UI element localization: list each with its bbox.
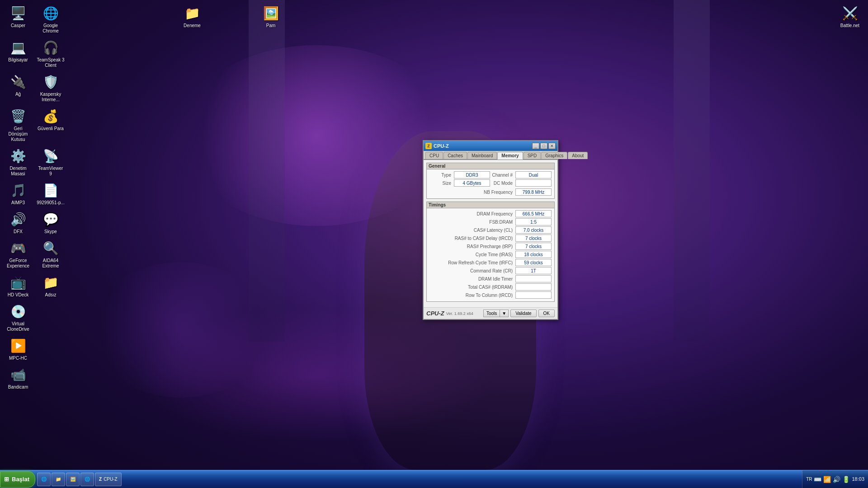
taskbar-folder[interactable]: 📁 <box>52 473 65 486</box>
tab-memory[interactable]: Memory <box>497 152 523 160</box>
maximize-button[interactable]: □ <box>540 143 547 149</box>
tools-arrow-button[interactable]: ▼ <box>500 310 509 317</box>
icon-teamspeak[interactable]: 🎧 TeamSpeak 3 Client <box>35 37 66 70</box>
icon-adsiz[interactable]: 📁 Adsız <box>35 272 66 300</box>
taskbar: ⊞ Başlat 🌐 📁 🖼️ 🌐 Z CPU-Z TR ⌨️ <box>0 470 868 488</box>
dc-label: DC Mode <box>491 181 515 186</box>
start-label: Başlat <box>12 476 29 483</box>
kaspersky-icon: 🛡️ <box>42 73 60 91</box>
tab-mainboard[interactable]: Mainboard <box>467 152 497 159</box>
adsiz-icon: 📁 <box>42 273 60 291</box>
tools-button[interactable]: Tools <box>483 310 500 317</box>
nb-freq-row: NB Frequency 799.8 MHz <box>429 188 552 196</box>
icon-denetim[interactable]: ⚙️ Denetim Masasi <box>2 145 34 178</box>
timing-row-7: Command Rate (CR) 1T <box>429 267 552 274</box>
tras-value: 18 clocks <box>515 251 552 258</box>
icon-google-chrome[interactable]: 🌐 Google Chrome <box>35 2 66 36</box>
geforce-icon: 🎮 <box>9 239 27 257</box>
icon-battlenet[interactable]: ⚔️ Battle.net <box>834 2 866 30</box>
battlenet-label: Battle.net <box>840 23 859 28</box>
taskbar-chrome[interactable]: 🌐 <box>80 473 94 486</box>
tab-spd[interactable]: SPD <box>524 152 541 159</box>
icon-placeholder <box>35 300 66 334</box>
cpuz-taskbar-label: CPU-Z <box>104 477 118 482</box>
validate-button[interactable]: Validate <box>510 310 536 317</box>
general-section: General Type DDR3 Size 4 GBytes <box>426 163 555 199</box>
timing-row-1: FSB:DRAM 1:5 <box>429 218 552 225</box>
icon-aida64[interactable]: 🔍 AIDA64 Extreme <box>35 237 66 271</box>
teamspeak-label: TeamSpeak 3 Client <box>37 57 65 68</box>
trfc-value: 59 clocks <box>515 259 552 266</box>
file-icon: 📄 <box>42 181 60 199</box>
icon-geri-donusum[interactable]: 🗑️ Geri Dönüşüm Kutusu <box>2 105 34 144</box>
trcd-value: 7 clocks <box>515 235 552 242</box>
pillar-left <box>249 0 285 342</box>
titlebar-left: Z CPU-Z <box>425 143 449 149</box>
dc-value <box>515 179 552 187</box>
dfx-label: DFX <box>14 229 23 235</box>
taskbar-img[interactable]: 🖼️ <box>66 473 80 486</box>
tab-cpu[interactable]: CPU <box>425 152 443 159</box>
icon-mpchc[interactable]: ▶️ MPC-HC <box>2 335 34 363</box>
icon-placeholder2 <box>35 335 66 363</box>
icon-casper[interactable]: 🖥️ Casper <box>2 2 34 36</box>
pam-icon: 🖼️ <box>262 4 280 22</box>
icon-deneme[interactable]: 📁 Deneme <box>176 2 208 30</box>
icon-bandicam[interactable]: 📹 Bandicam <box>2 364 34 392</box>
kaspersky-label: Kaspersky Interne... <box>37 92 65 103</box>
row-to-col-label: Row To Column (tRCD) <box>429 293 515 298</box>
chrome-icon: 🌐 <box>42 4 60 22</box>
close-button[interactable]: ✕ <box>548 143 556 149</box>
type-label: Type <box>429 173 454 178</box>
denetim-label: Denetim Masasi <box>4 166 32 177</box>
tab-graphics[interactable]: Graphics <box>541 152 567 159</box>
window-titlebar[interactable]: Z CPU-Z _ □ ✕ <box>424 141 557 151</box>
timings-title: Timings <box>427 202 554 208</box>
timing-row-9: Total CAS# (tRDRAM) <box>429 283 552 291</box>
start-button[interactable]: ⊞ Başlat <box>0 471 35 488</box>
icon-teamviewer[interactable]: 📡 TeamViewer 9 <box>35 145 66 178</box>
battery-icon: 🔋 <box>842 476 850 483</box>
nb-freq-value: 799.8 MHz <box>515 188 552 196</box>
bilgisayar-icon: 💻 <box>9 38 27 56</box>
pillar-right <box>674 0 710 342</box>
icon-pam[interactable]: 🖼️ Pam <box>255 2 287 30</box>
casper-label: Casper <box>11 23 25 28</box>
total-cas-value <box>515 283 552 291</box>
icon-bilgisayar[interactable]: 💻 Bilgisayar <box>2 37 34 70</box>
skype-icon: 💬 <box>42 210 60 228</box>
trp-value: 7 clocks <box>515 243 552 250</box>
icon-skype[interactable]: 💬 Skype <box>35 208 66 236</box>
geforce-label: GeForce Experience <box>4 258 32 269</box>
aida64-label: AIDA64 Extreme <box>37 258 65 269</box>
taskbar-ie[interactable]: 🌐 <box>37 473 51 486</box>
ag-label: Ağ <box>15 92 21 97</box>
timing-row-2: CAS# Latency (CL) 7.0 clocks <box>429 226 552 234</box>
skype-label: Skype <box>44 229 57 235</box>
general-body: Type DDR3 Size 4 GBytes Channel # <box>427 169 554 198</box>
icon-virtualclone[interactable]: 💿 Virtual CloneDrive <box>2 300 34 334</box>
timing-row-8: DRAM Idle Timer <box>429 275 552 282</box>
icon-geforce[interactable]: 🎮 GeForce Experience <box>2 237 34 271</box>
top-center-icons: 📁 Deneme 🖼️ Pam <box>176 2 287 30</box>
idle-timer-value <box>515 275 552 282</box>
icon-dfx[interactable]: 🔊 DFX <box>2 208 34 236</box>
aida64-icon: 🔍 <box>42 239 60 257</box>
hdvdeck-icon: 📺 <box>9 273 27 291</box>
desktop-icons-area: 🖥️ Casper 🌐 Google Chrome 💻 Bilgisayar 🎧… <box>2 2 66 392</box>
cr-value: 1T <box>515 267 552 274</box>
ok-button[interactable]: OK <box>538 310 555 317</box>
tab-about[interactable]: About <box>568 152 588 159</box>
taskbar-cpuz[interactable]: Z CPU-Z <box>95 473 122 486</box>
icon-99299051[interactable]: 📄 99299051-p... <box>35 179 66 207</box>
icon-ag[interactable]: 🔌 Ağ <box>2 71 34 104</box>
tab-caches[interactable]: Caches <box>443 152 467 159</box>
minimize-button[interactable]: _ <box>532 143 539 149</box>
pam-label: Pam <box>266 23 276 28</box>
icon-aimp3[interactable]: 🎵 AIMP3 <box>2 179 34 207</box>
icon-hdvdeck[interactable]: 📺 HD VDeck <box>2 272 34 300</box>
icon-kaspersky[interactable]: 🛡️ Kaspersky Interne... <box>35 71 66 104</box>
guvenli-para-label: Güvenli Para <box>38 126 64 131</box>
tray-lang: TR <box>806 477 812 482</box>
icon-guvenli-para[interactable]: 💰 Güvenli Para <box>35 105 66 144</box>
